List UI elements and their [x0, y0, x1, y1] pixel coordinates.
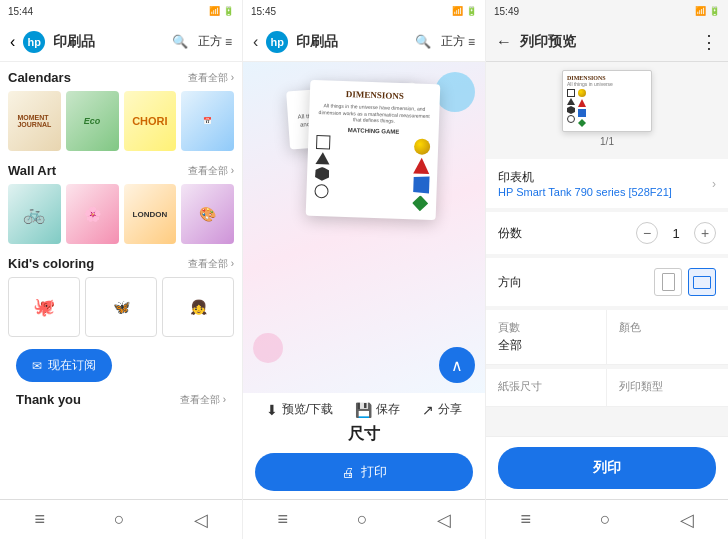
- kids-coloring-row: 🐙 🦋 👧: [8, 277, 234, 337]
- nav-back-middle[interactable]: ◁: [437, 509, 451, 531]
- nav-home-middle[interactable]: ○: [357, 509, 368, 530]
- back-arrow-right[interactable]: ←: [496, 33, 512, 51]
- nav-back-right[interactable]: ◁: [680, 509, 694, 531]
- landscape-orientation-button[interactable]: [688, 268, 716, 296]
- preview-download-action[interactable]: ⬇ 预览/下载: [266, 401, 333, 418]
- card-content: [314, 135, 430, 212]
- sort-label-left[interactable]: 正方 ≡: [198, 33, 232, 50]
- menu-icon-left: ≡: [225, 35, 232, 49]
- printer-icon-middle: 🖨: [342, 465, 355, 480]
- landscape-icon: [693, 276, 711, 289]
- color-label: 顏色: [619, 320, 716, 335]
- nav-back-left[interactable]: ◁: [194, 509, 208, 531]
- square-shape: [316, 135, 330, 149]
- nav-menu-middle[interactable]: ≡: [277, 509, 288, 530]
- pages-col[interactable]: 頁數 全部: [486, 310, 607, 365]
- preview-icon: ⬇: [266, 402, 278, 418]
- calendars-heading: Calendars 查看全部 ›: [8, 70, 234, 85]
- deco-circle: [435, 72, 475, 112]
- actions-area: ⬇ 预览/下载 💾 保存 ↗ 分享 尺寸 🖨 打印: [243, 393, 485, 499]
- printer-label: 印表机: [498, 169, 672, 186]
- bottom-nav-left: ≡ ○ ◁: [0, 499, 242, 539]
- paper-size-col[interactable]: 紙張尺寸: [486, 369, 607, 407]
- calendar-thumb-2[interactable]: Eco: [66, 91, 119, 151]
- wall-art-heading: Wall Art 查看全部 ›: [8, 163, 234, 178]
- app-title-middle: 印刷品: [296, 33, 407, 51]
- search-icon-left[interactable]: 🔍: [172, 34, 188, 49]
- nav-menu-left[interactable]: ≡: [34, 509, 45, 530]
- wall-art-title: Wall Art: [8, 163, 56, 178]
- printer-row[interactable]: 印表机 HP Smart Tank 790 series [528F21] ›: [486, 159, 728, 208]
- app-title-right: 列印预览: [520, 33, 692, 51]
- more-options-icon[interactable]: ⋮: [700, 31, 718, 53]
- triangle-shape: [315, 152, 329, 164]
- pages-label: 頁數: [498, 320, 594, 335]
- wall-art-thumb-2[interactable]: 🌸: [66, 184, 119, 244]
- nav-home-right[interactable]: ○: [600, 509, 611, 530]
- status-bar-right: 15:49 📶 🔋: [486, 0, 728, 22]
- wall-art-see-all[interactable]: 查看全部 ›: [188, 164, 234, 178]
- wall-art-row: 🚲 🌸 LONDON 🎨: [8, 184, 234, 244]
- header-icons-middle: 🔍 正方 ≡: [415, 33, 475, 50]
- circle-shape: [314, 183, 328, 197]
- print-preview-area: DIMENSIONS All things in universe: [486, 62, 728, 155]
- save-action[interactable]: 💾 保存: [355, 401, 400, 418]
- status-time-right: 15:49: [494, 6, 519, 17]
- share-icon: ↗: [422, 402, 434, 418]
- orientation-row: 方向: [486, 258, 728, 306]
- thankyou-heading: Thank you 查看全部 ›: [16, 392, 226, 407]
- wall-art-thumb-3[interactable]: LONDON: [124, 184, 177, 244]
- decrease-copies-button[interactable]: −: [636, 222, 658, 244]
- calendar-thumb-3[interactable]: CHORI: [124, 91, 177, 151]
- thankyou-see-all[interactable]: 查看全部 ›: [180, 393, 226, 407]
- scroll-up-button[interactable]: ∧: [439, 347, 475, 383]
- nav-menu-right[interactable]: ≡: [520, 509, 531, 530]
- back-arrow-middle[interactable]: ‹: [253, 33, 258, 51]
- kids-coloring-see-all[interactable]: 查看全部 ›: [188, 257, 234, 271]
- paper-printtype-section: 紙張尺寸 列印類型: [486, 369, 728, 407]
- orientation-label: 方向: [498, 274, 522, 291]
- status-bar-middle: 15:45 📶 🔋: [243, 0, 485, 22]
- printer-value: HP Smart Tank 790 series [528F21]: [498, 186, 672, 198]
- print-button-middle[interactable]: 🖨 打印: [255, 453, 473, 491]
- pages-value: 全部: [498, 337, 594, 354]
- mail-icon: ✉: [32, 359, 42, 373]
- search-icon-middle[interactable]: 🔍: [415, 34, 431, 49]
- copies-value: 1: [668, 226, 684, 241]
- portrait-icon: [662, 273, 675, 291]
- 3d-shapes: [412, 138, 431, 212]
- back-arrow-left[interactable]: ‹: [10, 33, 15, 51]
- print-type-col[interactable]: 列印類型: [607, 369, 728, 407]
- calendars-row: MOMENTJOURNAL Eco CHORI 📅: [8, 91, 234, 151]
- subscribe-button[interactable]: ✉ 现在订阅: [16, 349, 112, 382]
- kid-coloring-thumb-1[interactable]: 🐙: [8, 277, 80, 337]
- status-time-middle: 15:45: [251, 6, 276, 17]
- status-time-left: 15:44: [8, 6, 33, 17]
- thankyou-title: Thank you: [16, 392, 81, 407]
- share-action[interactable]: ↗ 分享: [422, 401, 462, 418]
- print-action-button[interactable]: 列印: [498, 447, 716, 489]
- portrait-orientation-button[interactable]: [654, 268, 682, 296]
- content-area-left: Calendars 查看全部 › MOMENTJOURNAL Eco CHORI…: [0, 62, 242, 499]
- sort-label-middle[interactable]: 正方 ≡: [441, 33, 475, 50]
- calendar-thumb-4[interactable]: 📅: [181, 91, 234, 151]
- thankyou-section: Thank you 查看全部 ›: [8, 388, 234, 417]
- printer-section: 印表机 HP Smart Tank 790 series [528F21] ›: [486, 159, 728, 208]
- paper-size-label: 紙張尺寸: [498, 379, 594, 394]
- nav-home-left[interactable]: ○: [114, 509, 125, 530]
- bottom-nav-right: ≡ ○ ◁: [486, 499, 728, 539]
- calendars-title: Calendars: [8, 70, 71, 85]
- kid-coloring-thumb-3[interactable]: 👧: [162, 277, 234, 337]
- calendar-thumb-1[interactable]: MOMENTJOURNAL: [8, 91, 61, 151]
- preview-card-front[interactable]: DIMENSIONS All things in the universe ha…: [306, 80, 441, 220]
- wall-art-thumb-4[interactable]: 🎨: [181, 184, 234, 244]
- kid-coloring-thumb-2[interactable]: 🦋: [85, 277, 157, 337]
- calendars-see-all[interactable]: 查看全部 ›: [188, 71, 234, 85]
- flat-shapes: [314, 135, 330, 198]
- color-col[interactable]: 顏色: [607, 310, 728, 365]
- settings-area: 印表机 HP Smart Tank 790 series [528F21] › …: [486, 155, 728, 436]
- increase-copies-button[interactable]: +: [694, 222, 716, 244]
- wall-art-thumb-1[interactable]: 🚲: [8, 184, 61, 244]
- cube-shape: [413, 176, 429, 193]
- status-bar-left: 15:44 📶 🔋: [0, 0, 242, 22]
